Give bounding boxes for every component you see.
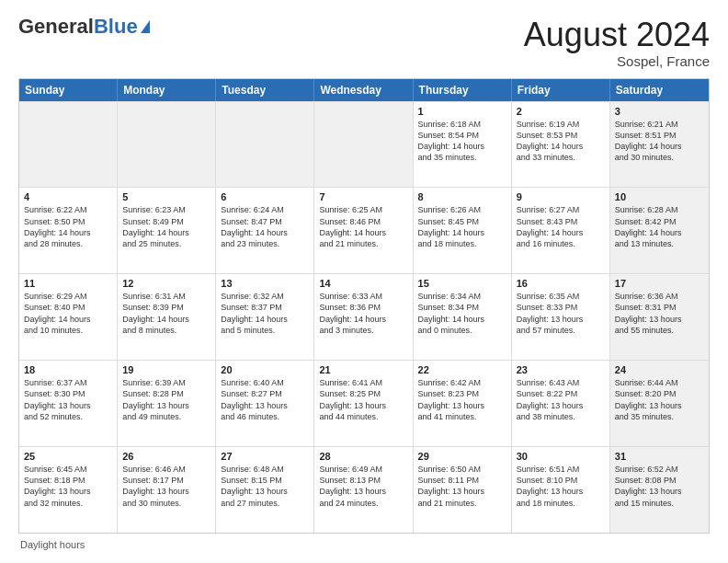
day-number: 24 xyxy=(615,364,704,375)
day-number: 16 xyxy=(517,278,605,289)
cal-cell-2-7: 10Sunrise: 6:28 AM Sunset: 8:42 PM Dayli… xyxy=(610,188,709,273)
footer-note: Daylight hours xyxy=(18,539,710,550)
day-number: 20 xyxy=(221,364,309,375)
cell-text: Sunrise: 6:24 AM Sunset: 8:47 PM Dayligh… xyxy=(221,204,309,249)
cell-text: Sunrise: 6:18 AM Sunset: 8:54 PM Dayligh… xyxy=(418,119,506,164)
day-number: 19 xyxy=(122,364,210,375)
cell-text: Sunrise: 6:26 AM Sunset: 8:45 PM Dayligh… xyxy=(418,204,506,249)
logo-blue-text: Blue xyxy=(94,17,138,37)
cell-text: Sunrise: 6:23 AM Sunset: 8:49 PM Dayligh… xyxy=(122,204,210,249)
cell-text: Sunrise: 6:36 AM Sunset: 8:31 PM Dayligh… xyxy=(615,291,704,336)
cell-text: Sunrise: 6:49 AM Sunset: 8:13 PM Dayligh… xyxy=(319,464,407,509)
cal-cell-2-1: 4Sunrise: 6:22 AM Sunset: 8:50 PM Daylig… xyxy=(19,188,118,273)
week-row-1: 1Sunrise: 6:18 AM Sunset: 8:54 PM Daylig… xyxy=(19,101,709,188)
day-number: 14 xyxy=(319,278,407,289)
header-cell-wednesday: Wednesday xyxy=(314,79,413,101)
cell-text: Sunrise: 6:40 AM Sunset: 8:27 PM Dayligh… xyxy=(221,377,309,422)
week-row-2: 4Sunrise: 6:22 AM Sunset: 8:50 PM Daylig… xyxy=(19,187,709,273)
cal-cell-3-2: 12Sunrise: 6:31 AM Sunset: 8:39 PM Dayli… xyxy=(118,274,216,360)
cal-cell-3-5: 15Sunrise: 6:34 AM Sunset: 8:34 PM Dayli… xyxy=(414,274,512,360)
day-number: 10 xyxy=(615,191,704,202)
day-number: 3 xyxy=(615,106,704,117)
cell-text: Sunrise: 6:28 AM Sunset: 8:42 PM Dayligh… xyxy=(615,204,704,249)
logo-general-text: General xyxy=(18,17,94,37)
cell-text: Sunrise: 6:42 AM Sunset: 8:23 PM Dayligh… xyxy=(418,377,506,422)
week-row-3: 11Sunrise: 6:29 AM Sunset: 8:40 PM Dayli… xyxy=(19,273,709,360)
cell-text: Sunrise: 6:32 AM Sunset: 8:37 PM Dayligh… xyxy=(221,291,309,336)
calendar-body: 1Sunrise: 6:18 AM Sunset: 8:54 PM Daylig… xyxy=(19,101,709,533)
day-number: 9 xyxy=(517,191,605,202)
cell-text: Sunrise: 6:22 AM Sunset: 8:50 PM Dayligh… xyxy=(24,204,112,249)
day-number: 29 xyxy=(418,451,506,462)
day-number: 27 xyxy=(221,451,309,462)
day-number: 21 xyxy=(319,364,407,375)
cal-cell-1-4 xyxy=(314,102,413,188)
cal-cell-2-5: 8Sunrise: 6:26 AM Sunset: 8:45 PM Daylig… xyxy=(414,188,512,273)
day-number: 11 xyxy=(24,278,112,289)
cal-cell-4-2: 19Sunrise: 6:39 AM Sunset: 8:28 PM Dayli… xyxy=(118,361,216,446)
cal-cell-4-6: 23Sunrise: 6:43 AM Sunset: 8:22 PM Dayli… xyxy=(512,361,610,446)
calendar: SundayMondayTuesdayWednesdayThursdayFrid… xyxy=(18,78,710,534)
cell-text: Sunrise: 6:48 AM Sunset: 8:15 PM Dayligh… xyxy=(221,464,309,509)
logo-triangle-icon xyxy=(141,20,150,33)
cal-cell-2-2: 5Sunrise: 6:23 AM Sunset: 8:49 PM Daylig… xyxy=(118,188,216,273)
week-row-4: 18Sunrise: 6:37 AM Sunset: 8:30 PM Dayli… xyxy=(19,360,709,446)
location: Sospel, France xyxy=(524,53,710,69)
cell-text: Sunrise: 6:41 AM Sunset: 8:25 PM Dayligh… xyxy=(319,377,407,422)
cell-text: Sunrise: 6:25 AM Sunset: 8:46 PM Dayligh… xyxy=(319,204,407,249)
header-cell-thursday: Thursday xyxy=(414,79,512,101)
cal-cell-4-3: 20Sunrise: 6:40 AM Sunset: 8:27 PM Dayli… xyxy=(216,361,314,446)
cal-cell-5-5: 29Sunrise: 6:50 AM Sunset: 8:11 PM Dayli… xyxy=(414,447,512,533)
cal-cell-2-6: 9Sunrise: 6:27 AM Sunset: 8:43 PM Daylig… xyxy=(512,188,610,273)
day-number: 6 xyxy=(221,191,309,202)
day-number: 17 xyxy=(615,278,704,289)
cal-cell-1-2 xyxy=(118,102,216,188)
cal-cell-3-7: 17Sunrise: 6:36 AM Sunset: 8:31 PM Dayli… xyxy=(610,274,709,360)
day-number: 30 xyxy=(517,451,605,462)
cell-text: Sunrise: 6:35 AM Sunset: 8:33 PM Dayligh… xyxy=(517,291,605,336)
calendar-header: SundayMondayTuesdayWednesdayThursdayFrid… xyxy=(19,79,709,101)
cell-text: Sunrise: 6:19 AM Sunset: 8:53 PM Dayligh… xyxy=(517,119,605,164)
cell-text: Sunrise: 6:39 AM Sunset: 8:28 PM Dayligh… xyxy=(122,377,210,422)
cal-cell-5-1: 25Sunrise: 6:45 AM Sunset: 8:18 PM Dayli… xyxy=(19,447,118,533)
cell-text: Sunrise: 6:52 AM Sunset: 8:08 PM Dayligh… xyxy=(615,464,704,509)
cal-cell-4-5: 22Sunrise: 6:42 AM Sunset: 8:23 PM Dayli… xyxy=(414,361,512,446)
header-cell-tuesday: Tuesday xyxy=(216,79,314,101)
cal-cell-4-7: 24Sunrise: 6:44 AM Sunset: 8:20 PM Dayli… xyxy=(610,361,709,446)
day-number: 4 xyxy=(24,191,112,202)
header-cell-monday: Monday xyxy=(118,79,216,101)
header-cell-saturday: Saturday xyxy=(610,79,709,101)
cal-cell-2-3: 6Sunrise: 6:24 AM Sunset: 8:47 PM Daylig… xyxy=(216,188,314,273)
logo: GeneralBlue xyxy=(18,17,150,37)
day-number: 18 xyxy=(24,364,112,375)
day-number: 2 xyxy=(517,106,605,117)
cal-cell-1-5: 1Sunrise: 6:18 AM Sunset: 8:54 PM Daylig… xyxy=(414,102,512,188)
cell-text: Sunrise: 6:31 AM Sunset: 8:39 PM Dayligh… xyxy=(122,291,210,336)
header-cell-sunday: Sunday xyxy=(19,79,118,101)
cell-text: Sunrise: 6:50 AM Sunset: 8:11 PM Dayligh… xyxy=(418,464,506,509)
header: GeneralBlue August 2024 Sospel, France xyxy=(18,17,710,69)
cell-text: Sunrise: 6:51 AM Sunset: 8:10 PM Dayligh… xyxy=(517,464,605,509)
day-number: 25 xyxy=(24,451,112,462)
page: GeneralBlue August 2024 Sospel, France S… xyxy=(0,0,728,563)
day-number: 13 xyxy=(221,278,309,289)
cal-cell-1-7: 3Sunrise: 6:21 AM Sunset: 8:51 PM Daylig… xyxy=(610,102,709,188)
cell-text: Sunrise: 6:45 AM Sunset: 8:18 PM Dayligh… xyxy=(24,464,112,509)
cal-cell-5-7: 31Sunrise: 6:52 AM Sunset: 8:08 PM Dayli… xyxy=(610,447,709,533)
month-title: August 2024 xyxy=(524,17,710,53)
day-number: 23 xyxy=(517,364,605,375)
cal-cell-2-4: 7Sunrise: 6:25 AM Sunset: 8:46 PM Daylig… xyxy=(314,188,413,273)
cal-cell-4-1: 18Sunrise: 6:37 AM Sunset: 8:30 PM Dayli… xyxy=(19,361,118,446)
cal-cell-4-4: 21Sunrise: 6:41 AM Sunset: 8:25 PM Dayli… xyxy=(314,361,413,446)
cal-cell-3-1: 11Sunrise: 6:29 AM Sunset: 8:40 PM Dayli… xyxy=(19,274,118,360)
day-number: 31 xyxy=(615,451,704,462)
week-row-5: 25Sunrise: 6:45 AM Sunset: 8:18 PM Dayli… xyxy=(19,446,709,533)
cal-cell-5-3: 27Sunrise: 6:48 AM Sunset: 8:15 PM Dayli… xyxy=(216,447,314,533)
cell-text: Sunrise: 6:44 AM Sunset: 8:20 PM Dayligh… xyxy=(615,377,704,422)
header-cell-friday: Friday xyxy=(512,79,610,101)
day-number: 1 xyxy=(418,106,506,117)
cal-cell-5-2: 26Sunrise: 6:46 AM Sunset: 8:17 PM Dayli… xyxy=(118,447,216,533)
cal-cell-3-3: 13Sunrise: 6:32 AM Sunset: 8:37 PM Dayli… xyxy=(216,274,314,360)
cell-text: Sunrise: 6:46 AM Sunset: 8:17 PM Dayligh… xyxy=(122,464,210,509)
cal-cell-1-1 xyxy=(19,102,118,188)
